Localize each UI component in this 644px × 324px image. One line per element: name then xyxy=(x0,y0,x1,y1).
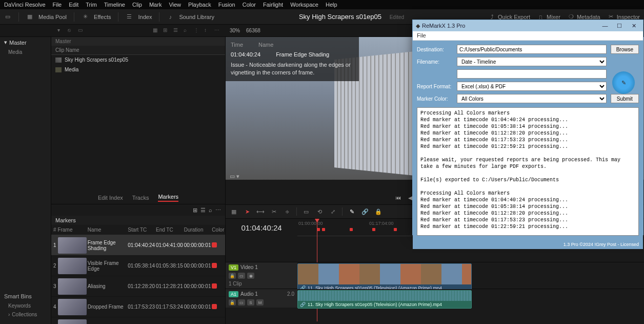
sound-library-icon[interactable]: ♪ xyxy=(167,13,174,21)
mute-icon[interactable]: M xyxy=(256,299,264,306)
marker-row[interactable]: 3Aliasing01:12:28:2001:12:28:2100:00:00:… xyxy=(51,276,225,297)
ruler-marker[interactable] xyxy=(350,228,353,231)
menu-davinci[interactable]: DaVinci Resolve xyxy=(4,2,46,8)
menu-clip[interactable]: Clip xyxy=(132,2,142,8)
layout-icon[interactable]: ▭ xyxy=(4,13,11,21)
menu-fusion[interactable]: Fusion xyxy=(218,2,235,8)
filter-icon[interactable]: ⋮ xyxy=(194,27,201,34)
search-markers-icon[interactable]: ⌕ xyxy=(209,207,212,213)
media-pool-header: Master xyxy=(51,37,225,46)
menu-mark[interactable]: Mark xyxy=(149,2,162,8)
maximize-button[interactable]: ☐ xyxy=(613,22,626,30)
media-pool-button[interactable]: Media Pool xyxy=(38,14,67,20)
list-view-icon[interactable]: ☰ xyxy=(173,27,180,34)
marker-row[interactable]: 5Picture Stutter01:22:59:2101:22:59:2200… xyxy=(51,317,225,324)
audio-clip[interactable]: 🔗11. Sky High Scrapers s01ep05 (Televisi… xyxy=(297,290,472,309)
filename-input[interactable] xyxy=(457,69,607,79)
menu-file[interactable]: File xyxy=(53,2,62,8)
remarkx-window[interactable]: ◆ ReMarkX 1.3 Pro — ☐ ✕ File Destination… xyxy=(412,20,643,235)
marker-row[interactable]: 1Frame Edge Shading01:04:40:2401:04:41:0… xyxy=(51,235,225,256)
smart-bins-header[interactable]: Smart Bins xyxy=(0,291,51,301)
replace-icon[interactable]: ⟲ xyxy=(315,207,324,216)
menu-trim[interactable]: Trim xyxy=(86,2,97,8)
link-clips-icon[interactable]: 🔗 xyxy=(361,207,369,216)
remarkx-log[interactable]: Processing All Colors markers Red marker… xyxy=(417,107,639,236)
color-select[interactable]: All Colors xyxy=(457,94,607,103)
tab-markers[interactable]: Markers xyxy=(158,194,178,202)
format-select[interactable]: Excel (.xlsx) & PDF xyxy=(457,82,607,91)
close-button[interactable]: ✕ xyxy=(628,22,640,30)
viewer-crop-icon[interactable]: ▭ ▾ xyxy=(230,173,239,180)
first-frame-button[interactable]: ⏮ xyxy=(395,195,401,201)
marker-options-icon[interactable]: ⋯ xyxy=(215,207,221,214)
thumb-mode-icon[interactable]: ⊞ xyxy=(193,207,197,214)
chevron-right-icon: › xyxy=(8,312,10,317)
collections-bin[interactable]: ›Collections xyxy=(0,310,51,319)
trim-tool-icon[interactable]: ⟷ xyxy=(256,207,265,216)
menu-edit[interactable]: Edit xyxy=(69,2,78,8)
ruler-marker[interactable] xyxy=(322,228,325,231)
clip-name-column[interactable]: Clip Name xyxy=(51,46,225,55)
sort-icon[interactable]: ↕ xyxy=(204,27,211,34)
marker-row[interactable]: 2Visible Frame Edge01:05:38:1401:05:38:1… xyxy=(51,256,225,276)
insert-icon[interactable]: ⎆ xyxy=(283,207,291,216)
lock-icon[interactable]: 🔒 xyxy=(374,207,383,216)
more-icon[interactable]: ⋯ xyxy=(214,27,222,34)
menu-timeline[interactable]: Timeline xyxy=(104,2,125,8)
track-mute-icon[interactable]: ◉ xyxy=(247,273,254,279)
link-icon[interactable]: ⎋ xyxy=(68,27,75,34)
prev-button[interactable]: ◀ xyxy=(408,195,412,201)
effects-button[interactable]: Effects xyxy=(94,14,111,20)
menu-help[interactable]: Help xyxy=(326,2,337,8)
timeline-view-icon[interactable]: ▦ xyxy=(230,207,238,216)
overwrite-icon[interactable]: ▭ xyxy=(302,207,310,216)
menu-playback[interactable]: Playback xyxy=(188,2,211,8)
dynamic-trim-icon[interactable]: ✎ xyxy=(348,207,356,216)
search-icon[interactable]: ⌕ xyxy=(184,27,191,34)
sound-library-button[interactable]: Sound Library xyxy=(179,14,214,20)
lock-track-icon[interactable]: 🔒 xyxy=(229,299,236,306)
selection-tool-icon[interactable]: ➤ xyxy=(243,207,251,216)
audio-track-header[interactable]: A1Audio 12.0 🔒▭SM xyxy=(226,289,297,308)
overlay-icon[interactable]: ▭ xyxy=(78,27,85,34)
menu-color[interactable]: Color xyxy=(243,2,256,8)
menu-workspace[interactable]: Workspace xyxy=(290,2,318,8)
filename-select[interactable]: Date - Timeline xyxy=(457,57,607,66)
track-toggle-icon[interactable]: ▭ xyxy=(238,299,245,306)
zoom-percent[interactable]: 30% xyxy=(230,28,240,33)
remarkx-file-menu[interactable]: File xyxy=(413,31,643,41)
video-track-header[interactable]: V1Video 1 🔒▭◉ 1 Clip xyxy=(226,262,297,289)
blade-tool-icon[interactable]: ✂ xyxy=(270,207,278,216)
ruler-marker[interactable] xyxy=(394,228,397,231)
menu-view[interactable]: View xyxy=(169,2,181,8)
menu-fairlight[interactable]: Fairlight xyxy=(263,2,283,8)
lock-track-icon[interactable]: 🔒 xyxy=(229,273,236,279)
thumb-view-icon[interactable]: ▦ xyxy=(153,27,160,34)
tab-tracks[interactable]: Tracks xyxy=(132,195,149,201)
marker-columns: #FrameNameStart TCEnd TCDurationColor xyxy=(51,225,225,235)
index-button[interactable]: Index xyxy=(138,14,152,20)
effects-icon[interactable]: ✳ xyxy=(82,13,89,21)
clip-row[interactable]: Sky High Scrapers s01ep05 xyxy=(51,55,225,65)
submit-button[interactable]: Submit xyxy=(611,94,639,103)
dropdown-icon[interactable]: ▾ xyxy=(57,27,65,34)
solo-icon[interactable]: S xyxy=(247,299,254,306)
index-icon[interactable]: ☰ xyxy=(126,13,133,21)
ruler-marker[interactable] xyxy=(372,228,375,231)
folder-row[interactable]: Media xyxy=(51,65,225,74)
fit-icon[interactable]: ⤢ xyxy=(329,207,337,216)
remarkx-titlebar[interactable]: ◆ ReMarkX 1.3 Pro — ☐ ✕ xyxy=(413,20,643,31)
list-mode-icon[interactable]: ☰ xyxy=(200,207,206,214)
timeline-timecode[interactable]: 01:04:40:24 xyxy=(226,219,297,236)
grid-view-icon[interactable]: ⊞ xyxy=(163,27,170,34)
media-pool-icon[interactable]: ▦ xyxy=(26,13,33,21)
marker-row[interactable]: 4Dropped Frame01:17:53:2301:17:53:2400:0… xyxy=(51,297,225,317)
minimize-button[interactable]: — xyxy=(599,22,611,30)
media-bin[interactable]: Media xyxy=(0,48,51,56)
destination-input[interactable] xyxy=(457,45,607,54)
browse-button[interactable]: Browse xyxy=(611,45,639,54)
tab-edit-index[interactable]: Edit Index xyxy=(98,195,123,201)
track-toggle-icon[interactable]: ▭ xyxy=(238,273,245,279)
master-bin[interactable]: ▾Master xyxy=(0,37,51,48)
keywords-bin[interactable]: Keywords xyxy=(0,301,51,310)
